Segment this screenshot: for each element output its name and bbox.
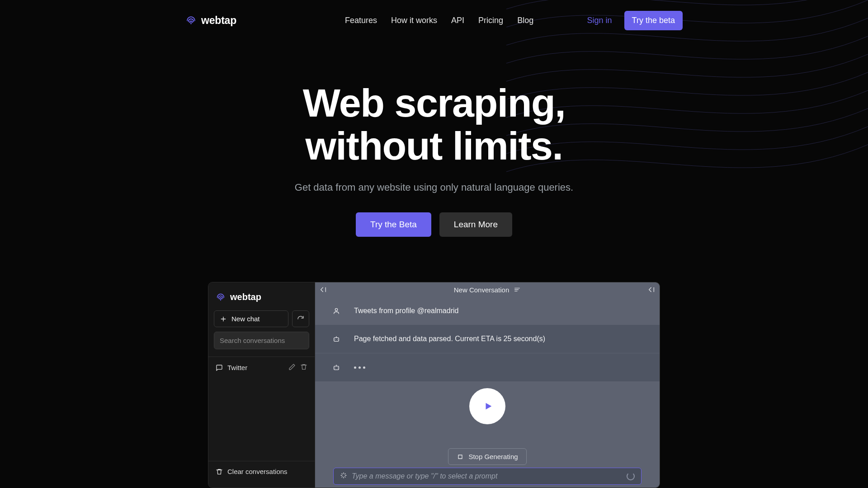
nav-link-how-it-works[interactable]: How it works	[391, 16, 437, 25]
fingerprint-icon	[185, 15, 197, 26]
collapse-right-button[interactable]	[648, 286, 655, 293]
preview-main: New Conversation Tweets from profile @re…	[315, 282, 660, 488]
collapse-left-button[interactable]	[320, 286, 327, 293]
typing-indicator-icon	[354, 366, 365, 369]
clear-conversations-label: Clear conversations	[227, 468, 288, 475]
hero-learn-more-button[interactable]: Learn More	[439, 212, 512, 237]
signin-link[interactable]: Sign in	[587, 16, 612, 25]
clear-conversations-button[interactable]: Clear conversations	[208, 461, 315, 482]
try-beta-button[interactable]: Try the beta	[624, 11, 683, 30]
hero-title: Web scraping, without limits.	[0, 81, 868, 167]
reload-icon	[297, 315, 304, 323]
delete-conversation-button[interactable]	[300, 363, 307, 372]
svg-rect-2	[334, 366, 339, 370]
conversation-label: Twitter	[227, 364, 247, 371]
svg-rect-3	[458, 455, 462, 459]
stop-icon	[457, 453, 464, 460]
nav-link-api[interactable]: API	[451, 16, 464, 25]
arrow-left-bar-icon	[648, 286, 655, 293]
hero-cta: Try the Beta Learn More	[0, 212, 868, 237]
message-text: Tweets from profile @realmadrid	[354, 307, 458, 315]
message-input[interactable]: Type a message or type "/" to select a p…	[333, 468, 642, 485]
brand-name: webtap	[201, 14, 236, 27]
message-user: Tweets from profile @realmadrid	[315, 297, 660, 325]
preview-brand-logo[interactable]: webtap	[208, 288, 315, 310]
nav-link-pricing[interactable]: Pricing	[478, 16, 503, 25]
plus-icon	[220, 315, 227, 323]
nav-right: Sign in Try the beta	[587, 11, 683, 30]
nav-links: Features How it works API Pricing Blog	[345, 16, 533, 25]
play-icon	[483, 401, 493, 412]
sparkle-icon	[340, 472, 347, 481]
hero-try-beta-button[interactable]: Try the Beta	[356, 212, 431, 237]
new-chat-button[interactable]: New chat	[214, 310, 288, 327]
conversation-item[interactable]: Twitter	[208, 357, 315, 378]
pencil-icon	[288, 363, 296, 371]
hero-subtitle: Get data from any website using only nat…	[0, 182, 868, 193]
hero-title-line1: Web scraping,	[303, 80, 565, 125]
nav-link-features[interactable]: Features	[345, 16, 377, 25]
menu-icon[interactable]	[514, 286, 521, 293]
message-bot-loading	[315, 353, 660, 381]
chat-icon	[216, 364, 223, 371]
reload-button[interactable]	[292, 310, 309, 327]
hero-title-line2: without limits.	[305, 123, 562, 168]
user-icon	[331, 306, 341, 316]
preview-sidebar: webtap New chat Twitter Cle	[208, 282, 315, 488]
message-text: Page fetched and data parsed. Current ET…	[354, 335, 545, 343]
search-conversations-input[interactable]	[214, 332, 309, 349]
message-bot: Page fetched and data parsed. Current ET…	[315, 325, 660, 353]
bot-icon	[331, 362, 341, 372]
arrow-left-bar-icon	[320, 286, 327, 293]
loading-spinner-icon	[627, 472, 635, 480]
hero: Web scraping, without limits. Get data f…	[0, 81, 868, 237]
edit-conversation-button[interactable]	[288, 363, 296, 372]
conversation-title: New Conversation	[454, 286, 509, 294]
trash-icon	[300, 363, 307, 371]
preview-brand-name: webtap	[230, 292, 261, 302]
fingerprint-icon	[216, 292, 226, 302]
svg-rect-1	[334, 338, 339, 341]
bot-icon	[331, 334, 341, 344]
main-bar: New Conversation	[315, 282, 660, 297]
brand-logo[interactable]: webtap	[185, 14, 236, 27]
stop-generating-button[interactable]: Stop Generating	[448, 448, 526, 465]
stop-generating-label: Stop Generating	[468, 453, 518, 460]
message-input-placeholder: Type a message or type "/" to select a p…	[352, 472, 622, 480]
svg-point-0	[335, 309, 337, 311]
nav-link-blog[interactable]: Blog	[517, 16, 533, 25]
trash-icon	[216, 468, 223, 475]
new-chat-label: New chat	[231, 315, 260, 323]
play-video-button[interactable]	[469, 388, 505, 424]
app-preview: webtap New chat Twitter Cle	[208, 282, 660, 488]
top-nav: webtap Features How it works API Pricing…	[0, 11, 868, 30]
